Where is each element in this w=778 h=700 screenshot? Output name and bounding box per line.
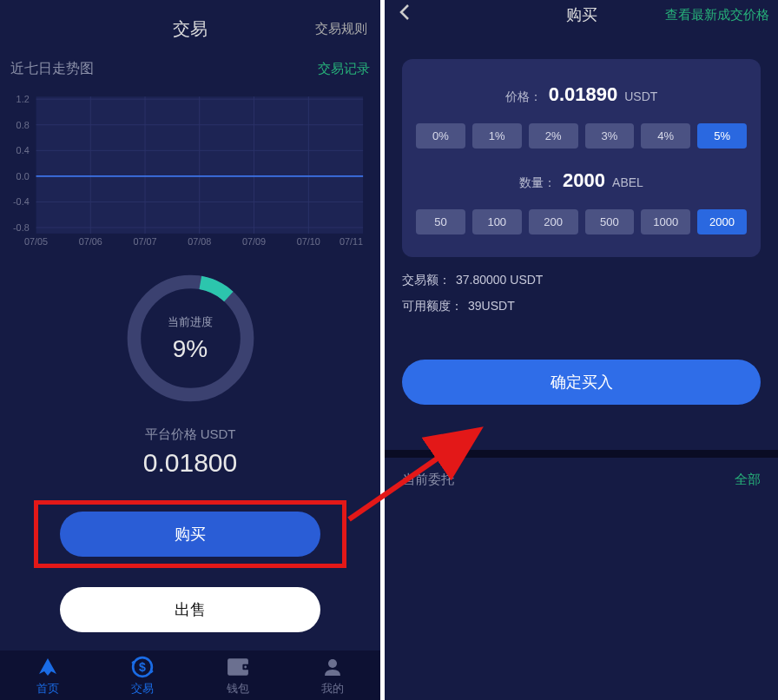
qty-chip-1000[interactable]: 1000: [641, 209, 690, 234]
pct-chip-4pct[interactable]: 4%: [641, 123, 690, 149]
rules-link[interactable]: 交易规则: [315, 21, 367, 37]
amount-value: 37.80000 USDT: [456, 273, 543, 288]
y-tick: 0.4: [16, 145, 30, 155]
latest-price-link[interactable]: 查看最新成交价格: [665, 7, 769, 23]
tab-label: 钱包: [227, 681, 249, 697]
y-tick: -0.8: [13, 222, 30, 233]
buy-button[interactable]: 购买: [60, 512, 320, 557]
home-icon: [36, 656, 60, 678]
donut-label: 当前进度: [168, 314, 213, 330]
page-title: 购买: [566, 4, 597, 25]
tab-bar: 首页 $ 交易 钱包 我的: [0, 650, 380, 700]
x-tick: 07/09: [242, 236, 266, 247]
profile-icon: [320, 656, 345, 678]
tab-profile[interactable]: 我的: [320, 656, 345, 697]
orders-title: 当前委托: [402, 472, 454, 488]
tab-wallet[interactable]: 钱包: [226, 656, 250, 697]
x-tick: 07/10: [297, 236, 320, 247]
x-tick: 07/05: [24, 236, 48, 247]
svg-point-18: [244, 666, 247, 669]
price-label: 平台价格 USDT: [0, 426, 380, 443]
donut-value: 9%: [173, 335, 208, 363]
tab-label: 我的: [321, 681, 344, 697]
x-tick: 07/06: [79, 236, 102, 247]
price-value: 0.01890: [549, 83, 618, 106]
x-tick: 07/11: [340, 236, 363, 247]
trend-label: 近七日走势图: [10, 60, 94, 78]
y-tick: -0.4: [13, 196, 30, 207]
qty-chip-50[interactable]: 50: [416, 209, 465, 234]
orders-all-link[interactable]: 全部: [735, 472, 761, 488]
trade-icon: $: [130, 656, 155, 678]
progress-donut: 当前进度 9%: [123, 271, 258, 406]
pct-chip-0pct[interactable]: 0%: [416, 123, 465, 149]
qty-chip-200[interactable]: 200: [529, 209, 578, 234]
back-icon[interactable]: [393, 3, 416, 26]
confirm-buy-button[interactable]: 确定买入: [402, 360, 761, 405]
price-unit: USDT: [624, 89, 657, 103]
amount-label: 交易额：: [402, 273, 451, 288]
qty-unit: ABEL: [612, 175, 643, 189]
y-tick: 1.2: [16, 94, 30, 104]
svg-point-19: [328, 659, 337, 668]
qty-chip-2000[interactable]: 2000: [697, 209, 747, 234]
records-link[interactable]: 交易记录: [318, 61, 370, 77]
price-label: 价格：: [505, 89, 542, 105]
qty-chip-100[interactable]: 100: [472, 209, 522, 234]
qty-chip-500[interactable]: 500: [585, 209, 635, 234]
page-title: 交易: [173, 17, 208, 41]
pct-chip-5pct[interactable]: 5%: [697, 123, 747, 149]
tab-home[interactable]: 首页: [36, 656, 60, 697]
pct-chip-1pct[interactable]: 1%: [472, 123, 522, 149]
tab-label: 交易: [131, 681, 154, 697]
y-tick: 0.0: [16, 171, 30, 182]
balance-label: 可用额度：: [402, 299, 463, 314]
svg-text:$: $: [139, 660, 146, 674]
x-tick: 07/08: [188, 236, 211, 247]
trend-chart: 1.2 0.8 0.4 0.0 -0.4 -0.8: [0, 87, 380, 255]
qty-label: 数量：: [519, 175, 556, 191]
order-card: 价格： 0.01890 USDT 0%1%2%3%4%5% 数量： 2000 A…: [402, 59, 761, 257]
price-value: 0.01800: [0, 448, 380, 478]
pct-chip-3pct[interactable]: 3%: [585, 123, 635, 149]
qty-value: 2000: [563, 169, 605, 192]
x-tick: 07/07: [133, 236, 156, 247]
tab-trade[interactable]: $ 交易: [130, 656, 155, 697]
pct-chip-2pct[interactable]: 2%: [529, 123, 578, 149]
balance-value: 39USDT: [468, 299, 515, 314]
y-tick: 0.8: [16, 120, 30, 130]
sell-button[interactable]: 出售: [60, 587, 320, 632]
wallet-icon: [226, 656, 250, 678]
annotation-highlight: 购买: [34, 500, 346, 568]
tab-label: 首页: [36, 681, 59, 697]
